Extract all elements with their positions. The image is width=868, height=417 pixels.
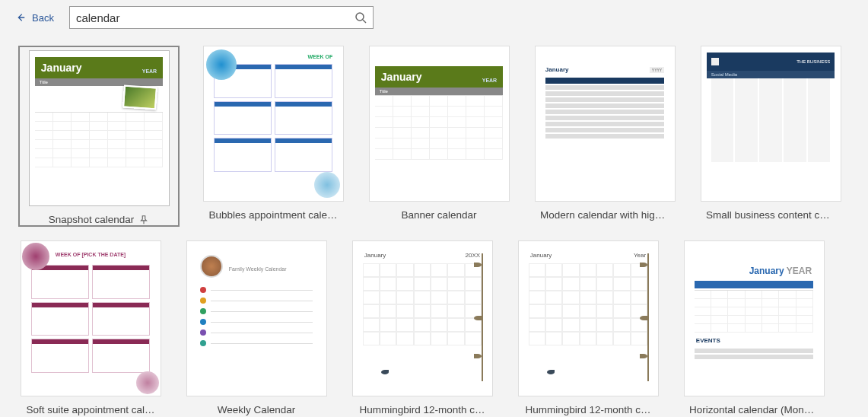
template-card[interactable]: WEEK OF Bubbles appointment cale… bbox=[201, 46, 345, 227]
template-thumbnail: JanuaryYEAR Title bbox=[29, 50, 170, 206]
template-label: Hummingbird 12-month c… bbox=[359, 404, 485, 415]
template-card[interactable]: JanuaryYear Hummingbird 12-month c… bbox=[516, 240, 660, 415]
template-thumbnail: WEEK OF [PICK THE DATE] bbox=[21, 240, 161, 396]
template-card[interactable]: Family Weekly Calendar Weekly Calendar bbox=[184, 240, 329, 415]
template-thumbnail: January20XX bbox=[352, 240, 493, 396]
template-thumbnail: THE BUSINESS Social Media bbox=[701, 46, 841, 202]
template-card[interactable]: JanuaryYEAR Title Banner calendar bbox=[367, 46, 511, 227]
template-card[interactable]: January20XX Hummingbird 12-month c… bbox=[350, 240, 494, 415]
template-thumbnail: WEEK OF bbox=[203, 46, 344, 202]
svg-point-0 bbox=[356, 13, 364, 21]
search-icon[interactable] bbox=[355, 11, 367, 24]
template-card[interactable]: THE BUSINESS Social Media Small business… bbox=[698, 46, 843, 227]
template-thumbnail: JanuaryYYYY bbox=[535, 46, 676, 202]
template-label: Soft suite appointment cal… bbox=[27, 404, 155, 415]
template-label: Horizontal calendar (Mond… bbox=[689, 404, 819, 415]
template-card[interactable]: JanuaryYEAR Title Snapshot calendar bbox=[18, 46, 180, 227]
template-label: Bubbles appointment cale… bbox=[209, 209, 338, 221]
template-label: Banner calendar bbox=[401, 209, 476, 221]
template-thumbnail: JanuaryYEAR Title bbox=[369, 46, 510, 202]
template-card[interactable]: JanuaryYYYY Modern calendar with high… bbox=[533, 46, 677, 227]
template-label: Snapshot calendar bbox=[49, 214, 135, 225]
template-label: Small business content cal… bbox=[706, 209, 835, 221]
template-label: Modern calendar with high… bbox=[540, 209, 669, 221]
template-card[interactable]: January YEAR EVENTS Horizontal calendar … bbox=[682, 240, 826, 415]
back-button[interactable]: Back bbox=[15, 12, 54, 24]
back-label: Back bbox=[32, 12, 54, 24]
arrow-left-icon bbox=[15, 12, 26, 23]
search-box[interactable] bbox=[69, 6, 374, 29]
template-thumbnail: Family Weekly Calendar bbox=[186, 240, 327, 396]
template-thumbnail: JanuaryYear bbox=[518, 240, 659, 396]
template-label: Hummingbird 12-month c… bbox=[525, 404, 650, 415]
template-thumbnail: January YEAR EVENTS bbox=[684, 240, 825, 396]
template-label: Weekly Calendar bbox=[218, 404, 296, 415]
pin-icon[interactable] bbox=[138, 215, 149, 225]
template-card[interactable]: WEEK OF [PICK THE DATE] Soft suite appoi… bbox=[18, 240, 163, 415]
template-gallery: JanuaryYEAR Title Snapshot calendar WEEK… bbox=[0, 38, 868, 417]
search-input[interactable] bbox=[76, 11, 355, 24]
